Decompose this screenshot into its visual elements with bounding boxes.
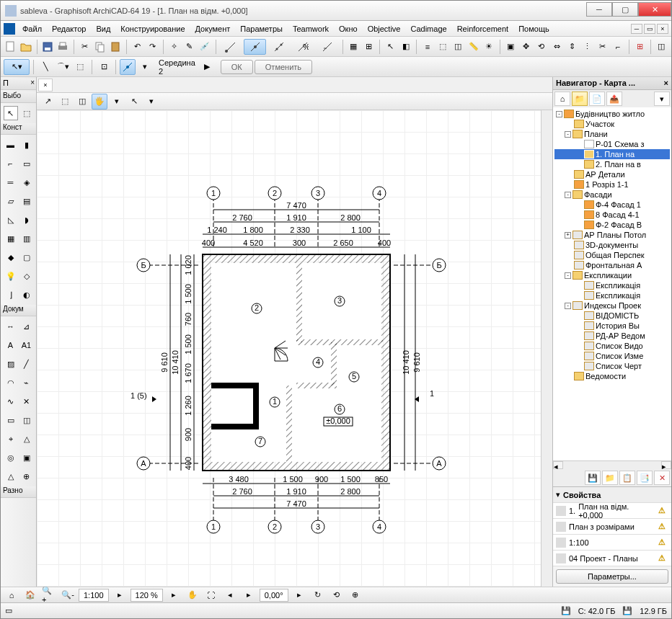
view-home-button[interactable]: 🏠 [22, 587, 38, 603]
stair-tool[interactable]: ▤ [19, 194, 34, 208]
tree-node[interactable]: -Плани [554, 129, 670, 139]
wall-end-tool[interactable]: ◐ [19, 288, 34, 302]
label-tool[interactable]: A1 [19, 338, 34, 352]
trace-rect-button[interactable]: ⬚ [57, 94, 73, 110]
door-tool[interactable]: ⌐ [4, 156, 18, 171]
view-3d-button[interactable]: ⌂ [4, 587, 19, 603]
magic-wand-button[interactable]: ✧ [167, 39, 181, 55]
play-button[interactable]: ▶ [199, 59, 215, 75]
tree-node[interactable]: Общая Перспек [554, 250, 670, 260]
elem-button[interactable]: ▣ [504, 39, 518, 55]
trace-drop-button[interactable]: 🖐 [92, 94, 107, 110]
text-tool[interactable]: A [4, 338, 18, 352]
tree-node[interactable]: Експликація [554, 280, 670, 290]
snap-corner-button[interactable] [220, 39, 242, 55]
tree-node[interactable]: 2. План на в [554, 159, 670, 169]
object-tool[interactable]: ◈ [19, 175, 34, 190]
tree-node[interactable]: -Будівництво житло [554, 109, 670, 119]
save-button[interactable] [40, 39, 54, 55]
column-tool[interactable]: ▮ [19, 138, 34, 152]
select-all-button[interactable]: ⊡ [96, 59, 112, 75]
menu-objective[interactable]: Objective [363, 22, 406, 35]
menu-file[interactable]: Файл [17, 22, 47, 35]
nav-popup-button[interactable]: ▾ [654, 92, 670, 106]
angle-dd[interactable]: ▸ [291, 587, 307, 603]
snap-dist-button[interactable] [316, 39, 338, 55]
menu-cadimage[interactable]: Cadimage [405, 22, 451, 35]
grid-button[interactable]: ▦ [346, 39, 360, 55]
level-tool[interactable]: ⊿ [19, 319, 34, 334]
floor-button[interactable]: ⬚ [436, 39, 450, 55]
rot3-button[interactable]: ⊕ [348, 587, 363, 603]
mirror-button[interactable]: ⇔ [549, 39, 563, 55]
tree-node[interactable]: Ф-4 Фасад 1 [554, 200, 670, 210]
rot2-button[interactable]: ⟲ [329, 587, 345, 603]
arc-tool[interactable]: ◠ [4, 375, 18, 390]
tree-node[interactable]: Список Черт [554, 361, 670, 371]
rot1-button[interactable]: ↻ [310, 587, 326, 603]
slab-tool[interactable]: ▱ [4, 194, 18, 208]
snap-active-button[interactable] [120, 59, 136, 75]
menu-view[interactable]: Вид [91, 22, 115, 35]
morph-tool[interactable]: ◆ [4, 250, 18, 264]
snap-opt-button[interactable]: ▾ [137, 59, 153, 75]
menu-design[interactable]: Конструирование [115, 22, 190, 35]
tree-node[interactable]: История Вы [554, 321, 670, 331]
view-zoomout-button[interactable]: 🔍- [60, 587, 76, 603]
trace-dd2-button[interactable]: ▾ [143, 94, 159, 110]
pan-button[interactable]: ✋ [185, 587, 200, 603]
dimension-tool[interactable]: ↔ [4, 319, 18, 334]
section-tool[interactable]: ⌖ [4, 432, 18, 446]
roof-tool[interactable]: ◺ [4, 213, 18, 227]
navigator-close-icon[interactable]: × [664, 79, 668, 88]
split-button[interactable]: ✂ [596, 39, 609, 55]
trace-copy-button[interactable]: ◫ [74, 94, 90, 110]
tree-node[interactable]: АР Детали [554, 169, 670, 179]
geom-marquee-button[interactable]: ⬚ [72, 59, 88, 75]
sun-button[interactable]: ☀ [482, 39, 495, 55]
mdi-restore[interactable]: ▭ [644, 24, 655, 34]
detail-tool[interactable]: ◎ [4, 450, 18, 465]
menu-options[interactable]: Параметры [235, 22, 288, 35]
shell-tool[interactable]: ◗ [19, 213, 34, 227]
snap-percent-button[interactable]: % [292, 39, 314, 55]
prop-layers[interactable]: План з розмірами⚠ [553, 519, 671, 535]
elevation-tool[interactable]: △ [19, 432, 34, 446]
drawing-tool[interactable]: ◫ [19, 413, 34, 427]
view-zoomin-button[interactable]: 🔍+ [41, 587, 57, 603]
new-button[interactable] [4, 39, 17, 55]
angle-field[interactable]: 0,00° [260, 589, 288, 602]
snap-mid-button[interactable] [244, 39, 266, 55]
fit-button[interactable]: ⛶ [203, 587, 219, 603]
tree-node[interactable]: -Фасади [554, 190, 670, 200]
nav-save-view[interactable]: 💾 [585, 471, 601, 485]
spline-tool[interactable]: ∿ [4, 394, 18, 409]
trace-button[interactable]: ◧ [399, 39, 412, 55]
grid-tool[interactable]: ⊕ [19, 469, 34, 484]
ok-button[interactable]: ОК [221, 60, 253, 74]
ruler-button[interactable]: 📏 [467, 39, 480, 55]
nav-clone[interactable]: 📋 [619, 471, 635, 485]
drag-button[interactable]: ✥ [519, 39, 533, 55]
props-header[interactable]: Свойства [563, 491, 601, 499]
toolbox-select-header[interactable]: Выбо [1, 92, 36, 103]
nav-delete[interactable]: ✕ [654, 471, 670, 485]
toolbox-razn-header[interactable]: Разно [1, 486, 36, 498]
next-view-button[interactable]: ▸ [241, 587, 257, 603]
worksheet-tool[interactable]: ▣ [19, 450, 34, 465]
tree-node[interactable]: Участок [554, 119, 670, 129]
tree-node[interactable]: Ф-2 Фасад В [554, 220, 670, 230]
multiply-button[interactable]: ⋮ [580, 39, 594, 55]
menu-edit[interactable]: Редактор [47, 22, 91, 35]
section-button[interactable]: ◫ [451, 39, 465, 55]
geom-arc-button[interactable]: ⌒▾ [55, 59, 71, 75]
prev-view-button[interactable]: ◂ [222, 587, 238, 603]
open-button[interactable] [19, 39, 32, 55]
cut-button[interactable]: ✂ [78, 39, 92, 55]
menu-teamwork[interactable]: Teamwork [288, 22, 334, 35]
menu-help[interactable]: Помощь [513, 22, 554, 35]
nav-tab-project[interactable]: ⌂ [554, 92, 570, 106]
nav-new-folder[interactable]: 📁 [602, 471, 618, 485]
window-tool[interactable]: ▭ [19, 156, 34, 171]
beam-tool[interactable]: ═ [4, 175, 18, 190]
